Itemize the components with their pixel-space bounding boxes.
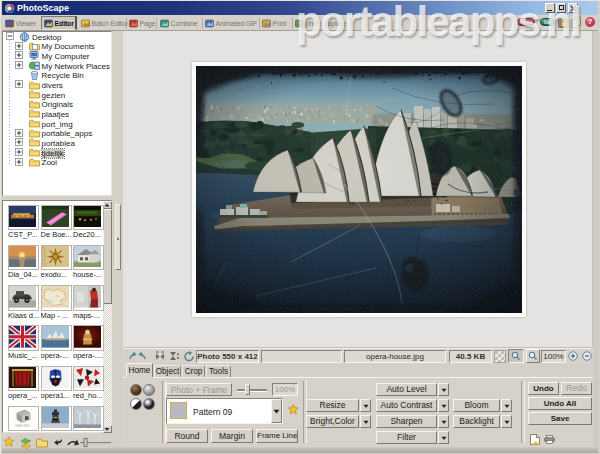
svg-text:SAFE SEX: SAFE SEX xyxy=(15,424,30,428)
